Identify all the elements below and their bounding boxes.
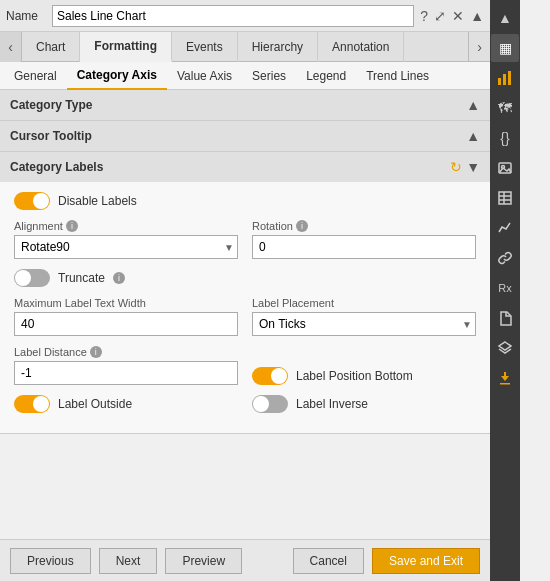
svg-rect-0	[498, 78, 501, 85]
alignment-select[interactable]: None Rotate90 Rotate45 Stagger	[14, 235, 238, 259]
truncate-row: Truncate i	[14, 269, 476, 287]
tab2-trend-lines[interactable]: Trend Lines	[356, 62, 439, 90]
preview-button[interactable]: Preview	[165, 548, 242, 574]
max-label-placement-row: Maximum Label Text Width Label Placement…	[14, 297, 476, 336]
sidebar-icon-map[interactable]: 🗺	[491, 94, 519, 122]
accordion-cursor-tooltip-header[interactable]: Cursor Tooltip ▲	[0, 121, 490, 151]
sidebar-icon-chart[interactable]	[491, 64, 519, 92]
tab-events[interactable]: Events	[172, 32, 238, 62]
next-button[interactable]: Next	[99, 548, 158, 574]
label-outside-field: Label Outside	[14, 395, 238, 413]
sidebar-icon-link[interactable]	[491, 244, 519, 272]
label-inverse-toggle[interactable]	[252, 395, 288, 413]
right-sidebar: ▲ ▦ 🗺 {} Rx	[490, 0, 520, 581]
label-inverse-field: Label Inverse	[252, 395, 476, 413]
category-labels-collapse-icon[interactable]: ▼	[466, 159, 480, 175]
tab-hierarchy[interactable]: Hierarchy	[238, 32, 318, 62]
svg-rect-1	[503, 74, 506, 85]
chart-title-input[interactable]	[52, 5, 414, 27]
rotation-input[interactable]	[252, 235, 476, 259]
truncate-info-icon[interactable]: i	[113, 272, 125, 284]
tab-annotation[interactable]: Annotation	[318, 32, 404, 62]
label-position-bottom-row: Label Position Bottom	[252, 367, 476, 385]
category-type-title: Category Type	[10, 98, 92, 112]
label-distance-field: Label Distance i	[14, 346, 238, 385]
truncate-toggle[interactable]	[14, 269, 50, 287]
category-type-collapse-icon[interactable]: ▲	[466, 97, 480, 113]
expand-icon[interactable]: ▲	[470, 8, 484, 24]
sidebar-icon-line-chart[interactable]	[491, 214, 519, 242]
label-position-bottom-label: Label Position Bottom	[296, 369, 413, 383]
resize-icon[interactable]: ⤢	[434, 8, 446, 24]
sidebar-icon-layers[interactable]	[491, 334, 519, 362]
truncate-label: Truncate	[58, 271, 105, 285]
close-icon[interactable]: ✕	[452, 8, 464, 24]
label-inverse-label: Label Inverse	[296, 397, 368, 411]
tab2-series[interactable]: Series	[242, 62, 296, 90]
sidebar-icon-table[interactable]	[491, 184, 519, 212]
svg-rect-12	[500, 383, 510, 385]
cursor-tooltip-title: Cursor Tooltip	[10, 129, 92, 143]
tab2-general[interactable]: General	[4, 62, 67, 90]
label-placement-select[interactable]: On Ticks Between Ticks	[252, 312, 476, 336]
sidebar-icon-download[interactable]	[491, 364, 519, 392]
accordion-category-labels: Category Labels ↻ ▼ Disable Labels	[0, 152, 490, 434]
disable-labels-row: Disable Labels	[14, 192, 476, 210]
label-placement-select-wrapper: On Ticks Between Ticks ▼	[252, 312, 476, 336]
tab-bar-1: ‹ Chart Formatting Events Hierarchy Anno…	[0, 32, 490, 62]
tab-formatting[interactable]: Formatting	[80, 32, 172, 62]
disable-labels-toggle[interactable]	[14, 192, 50, 210]
tab2-legend[interactable]: Legend	[296, 62, 356, 90]
rotation-info-icon[interactable]: i	[296, 220, 308, 232]
alignment-label: Alignment i	[14, 220, 238, 232]
accordion-category-type-icons: ▲	[466, 97, 480, 113]
tab-next-nav[interactable]: ›	[468, 32, 490, 62]
rotation-field: Rotation i	[252, 220, 476, 259]
accordion-category-type: Category Type ▲	[0, 90, 490, 121]
accordion-cursor-tooltip-icons: ▲	[466, 128, 480, 144]
category-labels-body: Disable Labels Alignment i None Rotate90	[0, 182, 490, 433]
tab-prev-nav[interactable]: ‹	[0, 32, 22, 62]
label-outside-label: Label Outside	[58, 397, 132, 411]
cursor-tooltip-collapse-icon[interactable]: ▲	[466, 128, 480, 144]
help-icon[interactable]: ?	[420, 8, 428, 24]
alignment-select-wrapper: None Rotate90 Rotate45 Stagger ▼	[14, 235, 238, 259]
label-distance-row: Label Distance i Label Position Bottom	[14, 346, 476, 385]
accordion-category-labels-header[interactable]: Category Labels ↻ ▼	[0, 152, 490, 182]
label-inverse-knob	[253, 396, 269, 412]
category-labels-refresh-icon[interactable]: ↻	[450, 159, 462, 175]
label-outside-knob	[33, 396, 49, 412]
svg-rect-11	[504, 372, 506, 376]
title-bar: Name ? ⤢ ✕ ▲	[0, 0, 490, 32]
label-distance-info-icon[interactable]: i	[90, 346, 102, 358]
sidebar-icon-code[interactable]: {}	[491, 124, 519, 152]
max-label-width-field: Maximum Label Text Width	[14, 297, 238, 336]
label-outside-toggle[interactable]	[14, 395, 50, 413]
label-distance-input[interactable]	[14, 361, 238, 385]
max-label-width-input[interactable]	[14, 312, 238, 336]
tab2-value-axis[interactable]: Value Axis	[167, 62, 242, 90]
sidebar-icon-up[interactable]: ▲	[491, 4, 519, 32]
alignment-info-icon[interactable]: i	[66, 220, 78, 232]
alignment-field: Alignment i None Rotate90 Rotate45 Stagg…	[14, 220, 238, 259]
tab-chart[interactable]: Chart	[22, 32, 80, 62]
sidebar-icon-grid[interactable]: ▦	[491, 34, 519, 62]
svg-marker-9	[499, 342, 511, 350]
accordion-category-type-header[interactable]: Category Type ▲	[0, 90, 490, 120]
label-outside-row: Label Outside	[14, 395, 238, 413]
sidebar-icon-doc[interactable]	[491, 304, 519, 332]
cancel-button[interactable]: Cancel	[293, 548, 364, 574]
previous-button[interactable]: Previous	[10, 548, 91, 574]
label-distance-label: Label Distance i	[14, 346, 238, 358]
tab2-category-axis[interactable]: Category Axis	[67, 62, 167, 90]
sidebar-icon-image[interactable]	[491, 154, 519, 182]
accordion-cursor-tooltip: Cursor Tooltip ▲	[0, 121, 490, 152]
label-position-bottom-field: Label Position Bottom	[252, 367, 476, 385]
label-position-bottom-knob	[271, 368, 287, 384]
content-area: Category Type ▲ Cursor Tooltip ▲ Categor…	[0, 90, 490, 539]
save-exit-button[interactable]: Save and Exit	[372, 548, 480, 574]
svg-rect-2	[508, 71, 511, 85]
bottom-bar: Previous Next Preview Cancel Save and Ex…	[0, 539, 490, 581]
label-position-bottom-toggle[interactable]	[252, 367, 288, 385]
sidebar-icon-rx[interactable]: Rx	[491, 274, 519, 302]
